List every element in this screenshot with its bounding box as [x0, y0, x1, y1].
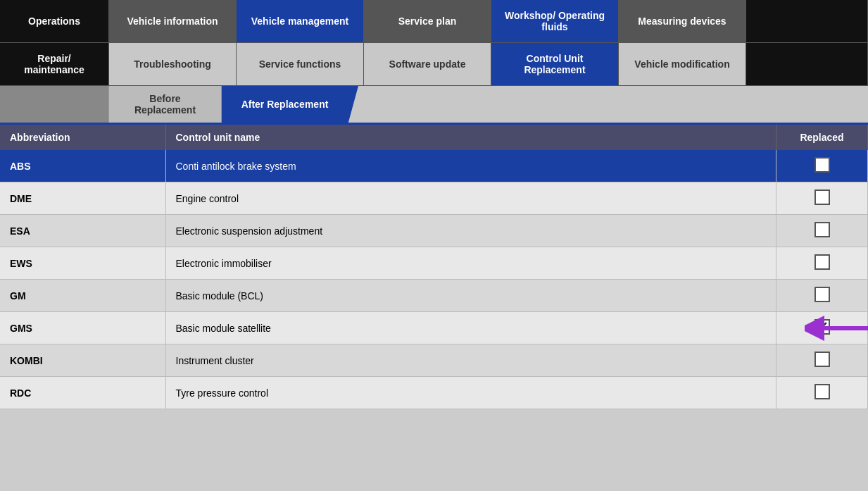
cell-abbreviation: EWS — [0, 247, 165, 280]
checkbox-empty-icon[interactable] — [814, 254, 830, 270]
nav-service-plan[interactable]: Service plan — [364, 0, 491, 43]
cell-abbreviation: RDC — [0, 377, 165, 409]
nav-vehicle-mgmt[interactable]: Vehicle management — [237, 0, 364, 43]
checkbox-empty-icon[interactable] — [814, 384, 830, 399]
cell-control-unit-name: Basic module (BCL) — [165, 280, 776, 312]
nav-extra2 — [746, 43, 868, 86]
nav-service-functions[interactable]: Service functions — [237, 43, 364, 86]
table-row[interactable]: RDCTyre pressure control — [0, 377, 868, 409]
checkbox-checked-icon[interactable] — [814, 319, 830, 335]
checkbox-empty-icon[interactable] — [814, 287, 830, 302]
nav-workshop[interactable]: Workshop/ Operating fluids — [491, 0, 619, 43]
nav-vehicle-info[interactable]: Vehicle information — [109, 0, 237, 43]
cell-replaced[interactable] — [776, 247, 868, 280]
nav-measuring[interactable]: Measuring devices — [619, 0, 746, 43]
cell-control-unit-name: Engine control — [165, 182, 776, 215]
nav-vehicle-mod[interactable]: Vehicle modification — [619, 43, 746, 86]
table-row[interactable]: ESAElectronic suspension adjustment — [0, 215, 868, 247]
table-row[interactable]: EWSElectronic immobiliser — [0, 247, 868, 280]
table-row[interactable]: KOMBIInstrument cluster — [0, 344, 868, 377]
cell-replaced[interactable] — [776, 182, 868, 215]
table-row[interactable]: GMBasic module (BCL) — [0, 280, 868, 312]
cell-control-unit-name: Basic module satellite — [165, 312, 776, 344]
cell-abbreviation: ESA — [0, 215, 165, 247]
cell-control-unit-name: Electronic suspension adjustment — [165, 215, 776, 247]
subtab-before-replacement[interactable]: Before Replacement — [109, 86, 222, 123]
subtab-filler — [348, 86, 868, 123]
cell-control-unit-name: Electronic immobiliser — [165, 247, 776, 280]
cell-control-unit-name: Tyre pressure control — [165, 377, 776, 409]
col-control-unit-name: Control unit name — [165, 125, 776, 150]
col-abbreviation: Abbreviation — [0, 125, 165, 150]
nav-repair[interactable]: Repair/ maintenance — [0, 43, 109, 86]
cell-abbreviation: GMS — [0, 312, 165, 344]
cell-replaced[interactable] — [776, 150, 868, 182]
checkbox-empty-icon[interactable] — [814, 157, 830, 173]
nav-operations[interactable]: Operations — [0, 0, 109, 43]
cell-abbreviation: KOMBI — [0, 344, 165, 377]
cell-abbreviation: DME — [0, 182, 165, 215]
col-replaced: Replaced — [776, 125, 868, 150]
nav-control-unit[interactable]: Control Unit Replacement — [491, 43, 619, 86]
nav-extra — [746, 0, 868, 43]
table-row[interactable]: DMEEngine control — [0, 182, 868, 215]
cell-replaced[interactable] — [776, 312, 868, 344]
cell-replaced[interactable] — [776, 215, 868, 247]
cell-abbreviation: GM — [0, 280, 165, 312]
cell-control-unit-name: Instrument cluster — [165, 344, 776, 377]
cell-replaced[interactable] — [776, 377, 868, 409]
checkbox-empty-icon[interactable] — [814, 222, 830, 237]
nav-troubleshooting[interactable]: Troubleshooting — [109, 43, 237, 86]
checkbox-empty-icon[interactable] — [814, 189, 830, 205]
cell-abbreviation: ABS — [0, 150, 165, 182]
table-row[interactable]: GMSBasic module satellite — [0, 312, 868, 344]
cell-replaced[interactable] — [776, 280, 868, 312]
table-row[interactable]: ABSConti antilock brake system — [0, 150, 868, 182]
cell-replaced[interactable] — [776, 344, 868, 377]
control-unit-table: Abbreviation Control unit name Replaced … — [0, 125, 868, 409]
subtab-spacer — [0, 86, 109, 123]
subtab-after-replacement[interactable]: After Replacement — [222, 86, 348, 123]
cell-control-unit-name: Conti antilock brake system — [165, 150, 776, 182]
nav-software-update[interactable]: Software update — [364, 43, 491, 86]
checkbox-empty-icon[interactable] — [814, 352, 830, 367]
